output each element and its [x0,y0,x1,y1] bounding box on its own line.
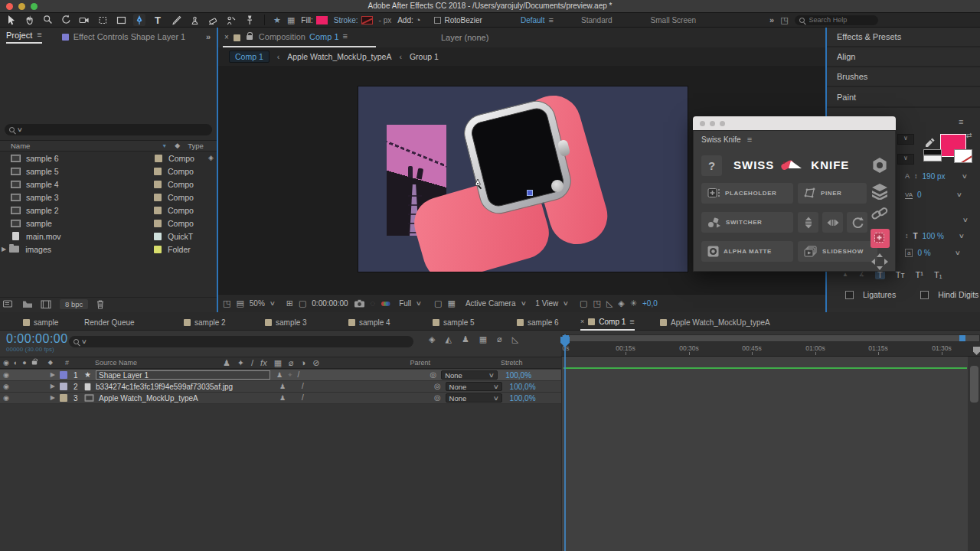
motion-blur-switch-icon[interactable]: ⌀ [289,359,294,367]
panel-header-align[interactable]: Align [827,47,980,67]
layer-twirl-icon[interactable]: ▶ [51,372,55,378]
character-panel-menu-icon[interactable]: ≡ [959,118,963,126]
shape-tool-icon[interactable] [115,14,127,26]
layer-twirl-icon[interactable]: ▶ [51,395,55,401]
col-name[interactable]: Name [11,142,30,150]
faux-style-hidden-icon[interactable]: ▲ [842,272,848,278]
draft-3d-icon[interactable]: ◭ [445,335,451,344]
font-family-caret[interactable]: ∨ [897,134,914,145]
solo-column-icon[interactable]: ● [22,360,26,367]
resolution-dropdown[interactable]: Full [399,299,411,308]
tsume-value[interactable]: 0 % [917,249,930,257]
row-shy-icon[interactable]: ♟ [279,383,286,390]
rotobezier-checkbox[interactable]: RotoBezier [434,16,482,24]
layer-row-3[interactable]: ◉ ▶ 3 Apple Watch_MockUp_typeA ♟ / ◎ Non… [0,393,561,404]
font-style-caret[interactable]: ∨ [897,154,914,165]
number-column[interactable]: # [65,359,69,367]
stroke-control[interactable]: Stroke: [334,16,373,24]
current-timecode[interactable]: 0:00:00:00 [6,332,68,346]
slideshow-button[interactable]: SLIDESHOW [798,241,877,262]
stretch-value[interactable]: 100,0% [505,371,531,380]
workspace-switcher-icon[interactable]: ◳ [780,16,788,24]
new-composition-icon[interactable] [41,300,52,309]
magnification-monitor-icon[interactable]: ▤ [236,299,243,308]
options-dropdown-caret-icon[interactable]: ∨ [962,217,969,223]
sort-arrow-icon[interactable]: ▼ [162,143,167,148]
snapshot-icon[interactable] [354,299,365,308]
row-quality-icon[interactable]: / [298,371,300,379]
layer-name[interactable]: Apple Watch_MockUp_typeA [99,394,273,403]
layer-visibility-icon[interactable]: ◉ [3,395,9,402]
view-layout-dropdown[interactable]: 1 View [535,299,558,308]
transparency-grid-toggle-icon[interactable]: ▦ [448,299,456,308]
tab-composition[interactable]: Composition Comp 1 ≡ [259,32,348,44]
region-of-interest-icon[interactable]: ▢ [434,299,442,308]
search-help-input[interactable] [808,15,874,24]
frame-blending-icon[interactable]: ▦ [479,335,487,344]
source-name-column[interactable]: Source Name [95,359,137,367]
layer-name[interactable]: b334274c1fe3fc19f94e599af73035af.jpg [96,383,273,391]
work-area-end-handle[interactable] [959,335,965,341]
eraser-tool-icon[interactable] [207,14,219,26]
composition-mini-flowchart-icon[interactable]: ◈ [429,335,435,344]
search-help-field[interactable] [795,15,878,25]
timeline-tab-sample[interactable]: sample [23,315,58,331]
workspace-overflow-icon[interactable]: » [769,16,774,24]
layer-name[interactable]: Shape Layer 1 [96,370,270,380]
camera-view-dropdown[interactable]: Active Camera [466,299,516,308]
always-preview-icon[interactable]: ◳ [223,299,230,308]
swiss-knife-titlebar[interactable] [693,116,896,130]
layer-color-chip[interactable] [60,371,67,379]
switcher-button[interactable]: SWITCHER [701,212,793,233]
layer-row-2[interactable]: ◉ ▶ 2 b334274c1fe3fc19f94e599af73035af.j… [0,381,561,393]
new-folder-icon[interactable] [22,300,33,308]
row-shy-icon[interactable]: ♟ [279,395,286,402]
video-column-icon[interactable]: ◉ [3,360,9,367]
close-tab-icon[interactable]: × [224,34,229,41]
tab-layer[interactable]: Layer (none) [441,33,488,42]
project-item[interactable]: sample 6 Compo◈ [0,152,217,165]
bit-depth-button[interactable]: 8 bpc [60,299,88,309]
project-item[interactable]: sample 4 Compo [0,178,217,191]
stroke-width-value[interactable]: - px [379,16,392,24]
quality-switch-icon[interactable]: / [251,359,253,367]
collapse-switch-icon[interactable]: ✦ [237,359,244,367]
swiss-knife-menu-icon[interactable]: ≡ [747,135,752,144]
hindi-digits-checkbox[interactable] [920,291,929,299]
mask-visibility-icon[interactable]: ▢ [299,299,306,308]
transparency-grid-icon[interactable]: ▦ [287,16,295,24]
workspace-menu-icon[interactable]: ≡ [549,16,554,24]
rotation-tool-icon[interactable] [60,14,72,26]
parent-column[interactable]: Parent [410,359,431,367]
project-search-field[interactable]: ∨ [5,124,212,135]
fill-swatch[interactable] [316,16,328,24]
add-menu-icon[interactable]: ◔ [416,16,421,24]
project-item[interactable]: ▶ images Folder [0,243,217,256]
window-zoom-button[interactable] [720,121,725,126]
playhead-line[interactable] [564,334,566,551]
vertical-scale-caret-icon[interactable]: ∨ [959,233,965,240]
audio-column-icon[interactable]: ◐ [14,360,18,367]
panel-header-brushes[interactable]: Brushes [827,67,980,87]
workspace-standard[interactable]: Standard [581,16,612,24]
tracking-value[interactable]: 0 [917,191,922,199]
pan-behind-tool-icon[interactable] [96,14,109,26]
star-icon[interactable]: ★ [273,16,281,24]
timeline-tab-sample2[interactable]: sample 2 [184,315,226,331]
comp-marker-bin[interactable] [973,347,980,355]
lock-icon[interactable] [247,35,253,40]
layer-color-chip[interactable] [60,383,67,390]
parent-dropdown[interactable]: None∨ [446,393,502,403]
pickwhip-icon[interactable]: ◎ [430,371,436,379]
frame-blend-switch-icon[interactable]: ▦ [274,359,282,367]
layer-twirl-icon[interactable]: ▶ [51,383,55,390]
close-tab-icon[interactable]: × [580,318,584,325]
panel-header-paint[interactable]: Paint [827,87,980,108]
panel-header-effects-presets[interactable]: Effects & Presets [827,28,980,47]
link-chain-icon[interactable] [870,204,890,224]
project-item[interactable]: main.mov QuickT [0,230,217,243]
shutter-icon[interactable]: ✳ [630,299,637,308]
distribute-horizontal-button[interactable] [822,212,843,233]
graph-editor-icon[interactable]: ◺ [512,335,518,344]
workspace-small-screen[interactable]: Small Screen [651,16,696,24]
